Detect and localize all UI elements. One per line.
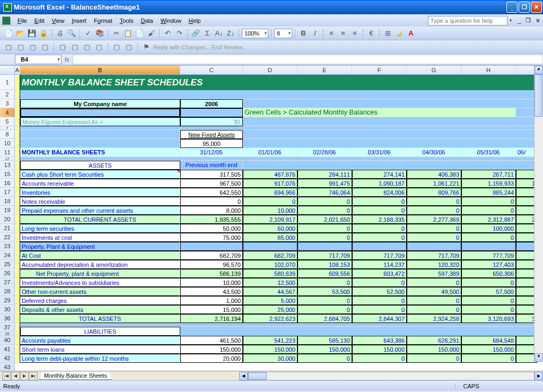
data-cell[interactable] <box>297 242 352 251</box>
currency-button[interactable]: € <box>366 28 376 39</box>
cell[interactable] <box>15 224 20 233</box>
cell[interactable] <box>15 296 20 305</box>
row-label[interactable]: Property, Plant & Equipment <box>20 242 180 251</box>
data-cell[interactable]: 150,000 <box>407 345 461 354</box>
row-label[interactable]: Notes receivable <box>20 197 180 206</box>
hscroll-left-button[interactable]: ◀ <box>239 372 248 380</box>
data-cell[interactable]: 0 <box>407 278 461 287</box>
window-close-button[interactable]: ✕ <box>531 2 542 13</box>
date-cell[interactable]: 01/01/06 <box>243 148 297 157</box>
data-cell[interactable]: 824,006 <box>352 188 407 197</box>
cell[interactable] <box>20 323 536 327</box>
cell-B4[interactable] <box>20 108 180 117</box>
col-header-C[interactable]: C <box>180 66 243 74</box>
data-cell[interactable]: 603,472 <box>352 269 407 278</box>
data-cell[interactable]: 100,000 <box>461 224 516 233</box>
new-button[interactable]: 📄 <box>3 28 14 39</box>
data-cell[interactable]: 49,500 <box>407 287 461 296</box>
data-cell[interactable]: 0 <box>297 278 352 287</box>
cell[interactable] <box>15 206 20 215</box>
row-label[interactable]: TOTAL CURRENT ASSETS <box>20 215 180 224</box>
data-cell[interactable]: 809,766 <box>407 188 461 197</box>
row-label[interactable]: TOTAL ASSETS <box>20 314 180 323</box>
row-label[interactable]: Prepaid expenses and other current asset… <box>20 206 180 215</box>
data-cell[interactable]: 0 <box>461 206 516 215</box>
new-fixed-assets-value[interactable]: 95,000 <box>180 139 243 148</box>
cell[interactable] <box>15 126 20 130</box>
help-dropdown-icon[interactable]: ▾ <box>510 18 516 23</box>
row-header[interactable]: 28 <box>0 287 15 296</box>
excel-app-icon[interactable] <box>2 16 11 25</box>
date-cell[interactable]: 04/30/06 <box>407 148 461 157</box>
data-cell[interactable]: 53,500 <box>297 287 352 296</box>
data-cell[interactable]: 0 <box>352 354 407 363</box>
data-cell[interactable]: 114,237 <box>352 260 407 269</box>
review-btn-2[interactable]: ▢ <box>15 42 26 53</box>
data-cell[interactable]: 684,548 <box>461 336 516 345</box>
row-header[interactable]: 26 <box>0 269 15 278</box>
data-cell[interactable]: 2,277,369 <box>407 215 461 224</box>
review-btn-1[interactable]: ▢ <box>3 42 14 53</box>
align-left-button[interactable]: ≡ <box>326 28 337 39</box>
col-header-A[interactable]: A <box>15 66 20 74</box>
data-cell[interactable]: 0 <box>461 296 516 305</box>
cell[interactable] <box>20 139 180 148</box>
review-btn-3[interactable]: ▢ <box>28 42 38 53</box>
row-label[interactable]: Net Property, plant & equipment <box>20 269 180 278</box>
row-header[interactable]: 16 <box>0 179 15 188</box>
data-cell[interactable]: 2,716,194 <box>180 314 243 323</box>
data-cell[interactable]: 150,000 <box>243 345 297 354</box>
data-cell[interactable]: 150,000 <box>297 345 352 354</box>
data-cell[interactable]: 0 <box>352 197 407 206</box>
cell[interactable] <box>180 108 243 117</box>
row-label[interactable]: Long term debt-payable within 12 months <box>20 354 180 363</box>
row-label[interactable]: Accounts receivable <box>20 179 180 188</box>
row-header[interactable]: 22 <box>0 233 15 242</box>
data-cell[interactable]: 150,000 <box>180 345 243 354</box>
data-cell[interactable] <box>243 242 297 251</box>
data-cell[interactable]: 746,064 <box>297 188 352 197</box>
data-cell[interactable]: 0 <box>407 354 461 363</box>
data-cell[interactable]: 127,403 <box>461 260 516 269</box>
cell[interactable] <box>15 233 20 242</box>
data-cell[interactable]: 643,386 <box>352 336 407 345</box>
data-cell[interactable]: 1,000 <box>180 296 243 305</box>
menu-window[interactable]: Window <box>157 16 185 25</box>
sheet-title[interactable]: MONTHLY BALANCE SHEET SCHEDULES <box>20 75 536 90</box>
hscroll-thumb[interactable] <box>248 372 267 380</box>
data-cell[interactable]: 626,291 <box>407 336 461 345</box>
data-cell[interactable]: 3,120,693 <box>461 314 516 323</box>
row-label[interactable]: Long term securities <box>20 224 180 233</box>
row-header[interactable]: 39 <box>0 332 15 336</box>
data-cell[interactable]: 0 <box>297 206 352 215</box>
data-cell[interactable]: 2,312,887 <box>461 215 516 224</box>
font-color-button[interactable]: A <box>406 28 416 39</box>
flag-icon[interactable]: ⚑ <box>141 42 152 53</box>
row-label[interactable]: At Cost <box>20 251 180 260</box>
data-cell[interactable]: 20,000 <box>180 354 243 363</box>
row-header[interactable]: 7 <box>0 126 15 130</box>
review-btn-9[interactable]: ▢ <box>111 42 122 53</box>
workbook-restore-button[interactable]: ❐ <box>523 17 533 24</box>
borders-button[interactable]: ⊞ <box>382 28 393 39</box>
cell[interactable] <box>15 148 20 157</box>
open-button[interactable]: 📂 <box>15 28 25 39</box>
data-cell[interactable]: 0 <box>407 197 461 206</box>
name-box[interactable]: B4 <box>15 55 62 64</box>
data-cell[interactable]: 597,389 <box>407 269 461 278</box>
money-label-cell[interactable]: Money Figures Expressed As > <box>20 117 180 126</box>
italic-button[interactable]: I <box>310 28 320 39</box>
row-header[interactable]: 11 <box>0 148 15 157</box>
data-cell[interactable]: 2,844,307 <box>352 314 407 323</box>
data-cell[interactable]: 0 <box>407 305 461 314</box>
data-cell[interactable]: 541,223 <box>243 336 297 345</box>
cells-area[interactable]: MONTHLY BALANCE SHEET SCHEDULES My Compa… <box>15 75 543 371</box>
row-header[interactable]: 23 <box>0 242 15 251</box>
hyperlink-button[interactable]: 🔗 <box>190 28 201 39</box>
row-header[interactable]: 19 <box>0 206 15 215</box>
cell[interactable] <box>15 108 20 117</box>
cell[interactable] <box>15 90 20 99</box>
data-cell[interactable]: 2,924,258 <box>407 314 461 323</box>
cell[interactable] <box>20 90 536 99</box>
col-header-D[interactable]: D <box>243 66 297 74</box>
